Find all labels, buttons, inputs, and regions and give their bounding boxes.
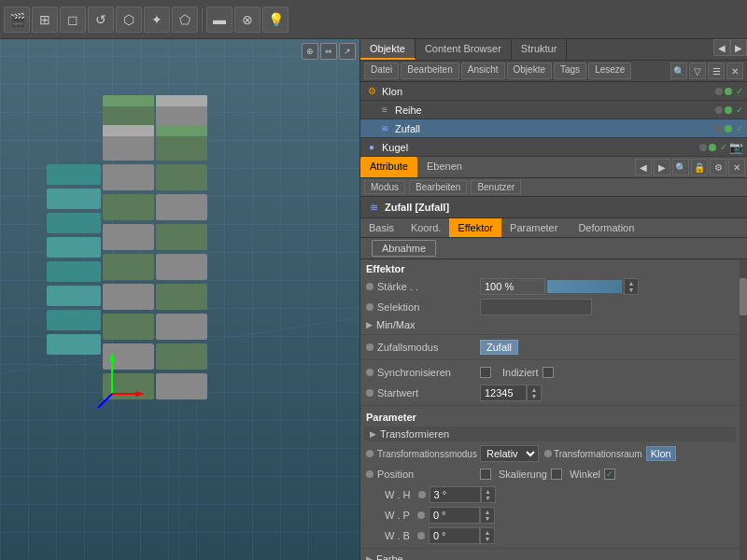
scrollbar-thumb[interactable] bbox=[740, 278, 747, 315]
obj-row-klon[interactable]: ⚙ Klon ✓ bbox=[360, 82, 747, 101]
close-icon[interactable]: ✕ bbox=[726, 63, 743, 79]
stärke-spinner[interactable]: ▲ ▼ bbox=[624, 278, 639, 295]
transraum-label: Transformationsraum bbox=[554, 449, 642, 459]
toolbar-icon-loop[interactable]: ⊗ bbox=[234, 7, 261, 33]
svg-rect-22 bbox=[156, 254, 207, 280]
winkel-checkbox[interactable] bbox=[604, 469, 615, 480]
transraum-value[interactable]: Klon bbox=[646, 446, 676, 461]
wh-up[interactable]: ▲ bbox=[485, 488, 491, 495]
toolbar-icon-1[interactable]: ⊞ bbox=[32, 7, 58, 33]
right-panel: Objekte Content Browser Struktur ◀ ▶ Dat… bbox=[359, 39, 747, 560]
startwert-down[interactable]: ▼ bbox=[531, 393, 538, 399]
layers-icon[interactable]: ☰ bbox=[708, 63, 725, 79]
attr-bearbeiten[interactable]: Bearbeiten bbox=[409, 180, 467, 194]
sub-tab-koord[interactable]: Koord. bbox=[402, 218, 449, 237]
pos-checkbox[interactable] bbox=[480, 469, 491, 480]
dot-4 bbox=[725, 106, 732, 114]
panel-scroll-left[interactable]: ◀ bbox=[713, 39, 730, 56]
toolbar-icon-rect[interactable]: ▬ bbox=[206, 7, 233, 33]
viewport[interactable]: ⊕ ⇔ ↗ bbox=[0, 39, 359, 560]
wb-down[interactable]: ▼ bbox=[484, 536, 490, 542]
attr-nav-right[interactable]: ▶ bbox=[654, 159, 670, 175]
obj-toolbar-objekte[interactable]: Objekte bbox=[507, 63, 552, 79]
obj-list: ⚙ Klon ✓ ≡ Reihe ✓ bbox=[360, 82, 747, 157]
spinner-up[interactable]: ▲ bbox=[628, 280, 635, 287]
tab-content-browser[interactable]: Content Browser bbox=[416, 39, 512, 60]
obj-row-reihe[interactable]: ≡ Reihe ✓ bbox=[360, 101, 747, 119]
obj-toolbar-datei[interactable]: Datei bbox=[364, 63, 399, 79]
wh-down[interactable]: ▼ bbox=[485, 495, 491, 501]
startwert-up[interactable]: ▲ bbox=[531, 386, 538, 393]
search-icon[interactable]: 🔍 bbox=[670, 63, 687, 79]
nav-zoom[interactable]: ⇔ bbox=[320, 43, 337, 60]
obj-toolbar-tags[interactable]: Tags bbox=[554, 63, 586, 79]
svg-rect-27 bbox=[103, 314, 154, 340]
check-icon-zufall: ✓ bbox=[736, 123, 743, 133]
attr-close[interactable]: ✕ bbox=[728, 159, 745, 175]
skal-checkbox[interactable] bbox=[551, 469, 562, 480]
attr-tab-attribute[interactable]: Attribute bbox=[360, 157, 417, 177]
svg-rect-8 bbox=[156, 134, 207, 161]
toolbar-icon-penta[interactable]: ⬠ bbox=[172, 7, 198, 33]
attr-benutzer[interactable]: Benutzer bbox=[471, 180, 521, 194]
wb-input[interactable] bbox=[429, 527, 480, 544]
wp-up[interactable]: ▲ bbox=[484, 509, 490, 515]
wb-spinner[interactable]: ▲ ▼ bbox=[480, 527, 495, 544]
obj-toolbar-ansicht[interactable]: Ansicht bbox=[461, 63, 505, 79]
obj-toolbar-bearbeiten[interactable]: Bearbeiten bbox=[401, 63, 458, 79]
tab-objekte[interactable]: Objekte bbox=[360, 39, 416, 60]
startwert-input[interactable] bbox=[480, 385, 527, 401]
sub-tab-effektor[interactable]: Effektor bbox=[449, 218, 501, 237]
attr-search[interactable]: 🔍 bbox=[672, 159, 689, 175]
wh-spinner[interactable]: ▲ ▼ bbox=[481, 486, 496, 503]
attr-settings[interactable]: ⚙ bbox=[710, 159, 726, 175]
cube-stack-svg bbox=[28, 77, 308, 543]
toolbar-icon-film[interactable]: 🎬 bbox=[4, 7, 30, 33]
farbe-row[interactable]: ▶ Farbe bbox=[360, 551, 740, 560]
tab-struktur[interactable]: Struktur bbox=[512, 39, 568, 60]
abnahme-button[interactable]: Abnahme bbox=[372, 240, 436, 257]
skal-label: Skalierung bbox=[499, 469, 547, 480]
attr-nav-left[interactable]: ◀ bbox=[635, 159, 652, 175]
zufallsmodus-value[interactable]: Zufall bbox=[480, 340, 518, 355]
check-icon-klon: ✓ bbox=[736, 86, 743, 96]
obj-toolbar: Datei Bearbeiten Ansicht Objekte Tags Le… bbox=[360, 61, 747, 82]
wp-down[interactable]: ▼ bbox=[484, 515, 490, 522]
startwert-spinner[interactable]: ▲ ▼ bbox=[527, 385, 542, 401]
svg-rect-24 bbox=[103, 284, 154, 310]
nav-rotate[interactable]: ↗ bbox=[339, 43, 356, 60]
selektion-input[interactable] bbox=[480, 299, 592, 315]
attr-lock[interactable]: 🔒 bbox=[691, 159, 708, 175]
wb-up[interactable]: ▲ bbox=[484, 529, 490, 536]
filter-icon[interactable]: ▽ bbox=[689, 63, 706, 79]
attr-modus[interactable]: Modus bbox=[364, 180, 405, 194]
indiziert-checkbox[interactable] bbox=[543, 367, 554, 378]
stärke-input[interactable] bbox=[480, 278, 545, 295]
wh-input[interactable] bbox=[430, 486, 481, 503]
sub-tab-deformation[interactable]: Deformation bbox=[566, 218, 646, 237]
wp-spinner[interactable]: ▲ ▼ bbox=[480, 507, 495, 524]
transmod-select[interactable]: Relativ Absolut bbox=[480, 445, 539, 462]
attr-tab-ebenen[interactable]: Ebenen bbox=[417, 157, 472, 177]
obj-row-kugel[interactable]: ● Kugel ✓ 📷 bbox=[360, 138, 747, 157]
minmax-row[interactable]: ▶ Min/Max bbox=[360, 317, 740, 332]
zufallsmodus-label: Zufallsmodus bbox=[377, 342, 480, 353]
toolbar-icon-arrow[interactable]: ↺ bbox=[88, 7, 114, 33]
sub-tab-basis[interactable]: Basis bbox=[360, 218, 402, 237]
sub-tab-parameter[interactable]: Parameter bbox=[501, 218, 566, 237]
toolbar-icon-bulb[interactable]: 💡 bbox=[262, 7, 289, 33]
transform-header[interactable]: ▶ Transformieren bbox=[364, 427, 736, 441]
nav-arrows[interactable]: ⊕ bbox=[302, 43, 318, 60]
check-icon-reihe: ✓ bbox=[736, 105, 743, 115]
transform-group: ▶ Transformieren bbox=[364, 427, 736, 441]
toolbar-icon-cube[interactable]: ◻ bbox=[60, 7, 86, 33]
panel-scroll-right[interactable]: ▶ bbox=[730, 39, 747, 56]
spinner-down[interactable]: ▼ bbox=[628, 287, 635, 293]
toolbar-icon-mesh[interactable]: ⬡ bbox=[116, 7, 142, 33]
obj-row-zufall[interactable]: ≋ Zufall ✓ bbox=[360, 119, 747, 138]
obj-toolbar-leseze[interactable]: Leseze bbox=[588, 63, 631, 79]
toolbar-icon-deform[interactable]: ✦ bbox=[144, 7, 170, 33]
right-scrollbar[interactable] bbox=[740, 259, 747, 560]
wp-input[interactable] bbox=[429, 507, 480, 524]
sync-checkbox[interactable] bbox=[480, 367, 491, 378]
